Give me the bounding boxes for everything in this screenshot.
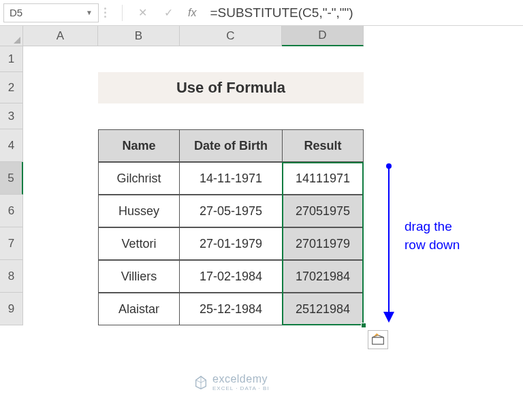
watermark-icon [193,375,208,390]
col-header-b[interactable]: B [98,26,180,46]
col-header-c[interactable]: C [180,26,282,46]
autofill-options-button[interactable] [368,330,388,349]
cell-d8[interactable]: 17021984 [282,260,364,293]
cell-d7[interactable]: 27011979 [282,227,364,260]
svg-marker-3 [383,312,394,323]
fx-icon[interactable]: fx [188,7,196,19]
cell-d6[interactable]: 27051975 [282,195,364,227]
annotation-line1: drag the [405,219,452,233]
select-all-corner[interactable] [0,26,23,46]
cell-c6[interactable]: 27-05-1975 [179,195,283,227]
cell-c5[interactable]: 14-11-1971 [179,162,283,195]
row-header-3[interactable]: 3 [0,103,23,129]
row-header-2[interactable]: 2 [0,72,23,103]
svg-rect-0 [373,338,384,344]
cell-c9[interactable]: 25-12-1984 [179,293,283,325]
header-dob[interactable]: Date of Birth [179,129,283,162]
cell-b8[interactable]: Villiers [98,260,180,293]
watermark-title: exceldemy [212,373,270,385]
svg-point-2 [386,163,392,169]
fill-handle[interactable] [361,323,366,328]
cell-b7[interactable]: Vettori [98,227,180,260]
formula-input[interactable]: =SUBSTITUTE(C5,"-","") [203,5,520,20]
divider [122,5,123,21]
title-cell[interactable]: Use of Formula [98,72,364,103]
enter-icon[interactable]: ✓ [158,3,178,22]
name-box-value: D5 [10,7,22,18]
header-result[interactable]: Result [282,129,364,162]
row-header-5[interactable]: 5 [0,162,23,195]
watermark-sub: EXCEL · DATA · BI [212,385,270,391]
sheet-area: A B C D 1 2 3 4 5 6 7 8 9 Use of Formula… [0,26,523,414]
formula-bar: D5 ▼ ✕ ✓ fx =SUBSTITUTE(C5,"-","") [0,0,523,26]
dots-handle-icon[interactable] [104,3,110,22]
annotation-text: drag the row down [405,218,460,254]
row-header-8[interactable]: 8 [0,260,23,293]
cell-d5[interactable]: 14111971 [282,162,364,195]
column-headers: A B C D [23,26,364,46]
row-header-1[interactable]: 1 [0,46,23,72]
row-header-7[interactable]: 7 [0,227,23,260]
header-name[interactable]: Name [98,129,180,162]
chevron-down-icon[interactable]: ▼ [86,9,93,16]
arrow-down-icon [379,161,399,325]
name-box[interactable]: D5 ▼ [3,3,99,22]
autofill-icon [371,334,385,346]
col-header-a[interactable]: A [23,26,98,46]
cell-c7[interactable]: 27-01-1979 [179,227,283,260]
row-header-6[interactable]: 6 [0,195,23,227]
row-header-9[interactable]: 9 [0,293,23,325]
row-header-4[interactable]: 4 [0,129,23,162]
cell-d9[interactable]: 25121984 [282,293,364,325]
col-header-d[interactable]: D [282,26,364,46]
row-headers: 1 2 3 4 5 6 7 8 9 [0,46,23,414]
cell-b6[interactable]: Hussey [98,195,180,227]
cell-b5[interactable]: Gilchrist [98,162,180,195]
watermark: exceldemy EXCEL · DATA · BI [193,373,270,391]
cancel-icon[interactable]: ✕ [132,3,153,22]
cell-c8[interactable]: 17-02-1984 [179,260,283,293]
annotation-line2: row down [405,238,460,252]
grid-canvas[interactable]: Use of Formula Name Date of Birth Result… [23,46,523,414]
cell-b9[interactable]: Alaistar [98,293,180,325]
